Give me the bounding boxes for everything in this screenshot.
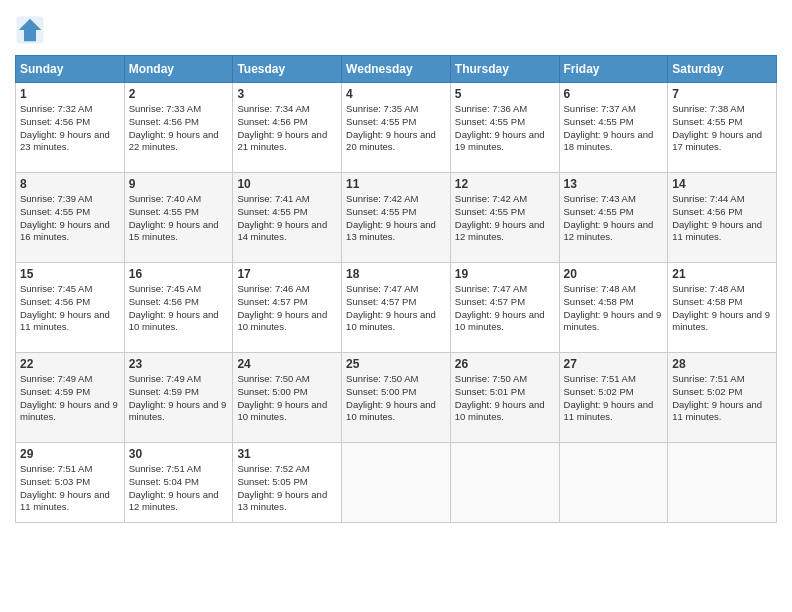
day-number: 27 [564, 357, 664, 371]
day-info: Sunrise: 7:40 AMSunset: 4:55 PMDaylight:… [129, 193, 229, 244]
day-number: 23 [129, 357, 229, 371]
calendar-cell: 2 Sunrise: 7:33 AMSunset: 4:56 PMDayligh… [124, 83, 233, 173]
day-info: Sunrise: 7:43 AMSunset: 4:55 PMDaylight:… [564, 193, 664, 244]
day-info: Sunrise: 7:46 AMSunset: 4:57 PMDaylight:… [237, 283, 337, 334]
day-info: Sunrise: 7:49 AMSunset: 4:59 PMDaylight:… [20, 373, 120, 424]
calendar-cell: 18 Sunrise: 7:47 AMSunset: 4:57 PMDaylig… [342, 263, 451, 353]
day-number: 20 [564, 267, 664, 281]
day-info: Sunrise: 7:50 AMSunset: 5:01 PMDaylight:… [455, 373, 555, 424]
day-number: 6 [564, 87, 664, 101]
week-row-4: 22 Sunrise: 7:49 AMSunset: 4:59 PMDaylig… [16, 353, 777, 443]
header-row: SundayMondayTuesdayWednesdayThursdayFrid… [16, 56, 777, 83]
day-number: 29 [20, 447, 120, 461]
day-info: Sunrise: 7:37 AMSunset: 4:55 PMDaylight:… [564, 103, 664, 154]
day-number: 11 [346, 177, 446, 191]
header [15, 15, 777, 45]
day-number: 4 [346, 87, 446, 101]
day-number: 10 [237, 177, 337, 191]
day-info: Sunrise: 7:42 AMSunset: 4:55 PMDaylight:… [346, 193, 446, 244]
page: SundayMondayTuesdayWednesdayThursdayFrid… [0, 0, 792, 612]
calendar-cell: 7 Sunrise: 7:38 AMSunset: 4:55 PMDayligh… [668, 83, 777, 173]
calendar-cell [559, 443, 668, 523]
calendar-cell: 10 Sunrise: 7:41 AMSunset: 4:55 PMDaylig… [233, 173, 342, 263]
week-row-1: 1 Sunrise: 7:32 AMSunset: 4:56 PMDayligh… [16, 83, 777, 173]
calendar-cell: 14 Sunrise: 7:44 AMSunset: 4:56 PMDaylig… [668, 173, 777, 263]
calendar-cell: 24 Sunrise: 7:50 AMSunset: 5:00 PMDaylig… [233, 353, 342, 443]
column-header-sunday: Sunday [16, 56, 125, 83]
calendar-body: 1 Sunrise: 7:32 AMSunset: 4:56 PMDayligh… [16, 83, 777, 523]
day-number: 24 [237, 357, 337, 371]
day-number: 7 [672, 87, 772, 101]
day-info: Sunrise: 7:51 AMSunset: 5:02 PMDaylight:… [564, 373, 664, 424]
day-info: Sunrise: 7:50 AMSunset: 5:00 PMDaylight:… [346, 373, 446, 424]
week-row-2: 8 Sunrise: 7:39 AMSunset: 4:55 PMDayligh… [16, 173, 777, 263]
calendar-cell: 22 Sunrise: 7:49 AMSunset: 4:59 PMDaylig… [16, 353, 125, 443]
day-number: 21 [672, 267, 772, 281]
day-info: Sunrise: 7:50 AMSunset: 5:00 PMDaylight:… [237, 373, 337, 424]
day-number: 28 [672, 357, 772, 371]
day-info: Sunrise: 7:41 AMSunset: 4:55 PMDaylight:… [237, 193, 337, 244]
day-number: 1 [20, 87, 120, 101]
day-number: 18 [346, 267, 446, 281]
column-header-friday: Friday [559, 56, 668, 83]
calendar-cell: 3 Sunrise: 7:34 AMSunset: 4:56 PMDayligh… [233, 83, 342, 173]
calendar-cell: 8 Sunrise: 7:39 AMSunset: 4:55 PMDayligh… [16, 173, 125, 263]
day-number: 16 [129, 267, 229, 281]
day-info: Sunrise: 7:45 AMSunset: 4:56 PMDaylight:… [129, 283, 229, 334]
day-info: Sunrise: 7:33 AMSunset: 4:56 PMDaylight:… [129, 103, 229, 154]
day-info: Sunrise: 7:36 AMSunset: 4:55 PMDaylight:… [455, 103, 555, 154]
calendar-cell: 29 Sunrise: 7:51 AMSunset: 5:03 PMDaylig… [16, 443, 125, 523]
day-number: 30 [129, 447, 229, 461]
day-number: 25 [346, 357, 446, 371]
calendar-cell: 5 Sunrise: 7:36 AMSunset: 4:55 PMDayligh… [450, 83, 559, 173]
day-number: 14 [672, 177, 772, 191]
calendar-cell [668, 443, 777, 523]
day-number: 2 [129, 87, 229, 101]
day-number: 9 [129, 177, 229, 191]
day-number: 3 [237, 87, 337, 101]
logo [15, 15, 51, 45]
day-info: Sunrise: 7:51 AMSunset: 5:04 PMDaylight:… [129, 463, 229, 514]
day-number: 17 [237, 267, 337, 281]
column-header-wednesday: Wednesday [342, 56, 451, 83]
calendar-cell: 27 Sunrise: 7:51 AMSunset: 5:02 PMDaylig… [559, 353, 668, 443]
day-info: Sunrise: 7:39 AMSunset: 4:55 PMDaylight:… [20, 193, 120, 244]
day-info: Sunrise: 7:49 AMSunset: 4:59 PMDaylight:… [129, 373, 229, 424]
day-info: Sunrise: 7:52 AMSunset: 5:05 PMDaylight:… [237, 463, 337, 514]
day-number: 5 [455, 87, 555, 101]
day-info: Sunrise: 7:51 AMSunset: 5:03 PMDaylight:… [20, 463, 120, 514]
calendar-cell: 31 Sunrise: 7:52 AMSunset: 5:05 PMDaylig… [233, 443, 342, 523]
calendar-cell: 12 Sunrise: 7:42 AMSunset: 4:55 PMDaylig… [450, 173, 559, 263]
calendar-cell: 11 Sunrise: 7:42 AMSunset: 4:55 PMDaylig… [342, 173, 451, 263]
day-number: 31 [237, 447, 337, 461]
week-row-5: 29 Sunrise: 7:51 AMSunset: 5:03 PMDaylig… [16, 443, 777, 523]
calendar-cell: 16 Sunrise: 7:45 AMSunset: 4:56 PMDaylig… [124, 263, 233, 353]
column-header-monday: Monday [124, 56, 233, 83]
day-info: Sunrise: 7:45 AMSunset: 4:56 PMDaylight:… [20, 283, 120, 334]
calendar-table: SundayMondayTuesdayWednesdayThursdayFrid… [15, 55, 777, 523]
calendar-cell: 1 Sunrise: 7:32 AMSunset: 4:56 PMDayligh… [16, 83, 125, 173]
day-number: 22 [20, 357, 120, 371]
column-header-tuesday: Tuesday [233, 56, 342, 83]
day-info: Sunrise: 7:35 AMSunset: 4:55 PMDaylight:… [346, 103, 446, 154]
day-info: Sunrise: 7:47 AMSunset: 4:57 PMDaylight:… [455, 283, 555, 334]
day-number: 8 [20, 177, 120, 191]
day-number: 13 [564, 177, 664, 191]
day-info: Sunrise: 7:51 AMSunset: 5:02 PMDaylight:… [672, 373, 772, 424]
day-info: Sunrise: 7:42 AMSunset: 4:55 PMDaylight:… [455, 193, 555, 244]
calendar-cell: 9 Sunrise: 7:40 AMSunset: 4:55 PMDayligh… [124, 173, 233, 263]
logo-icon [15, 15, 45, 45]
calendar-cell: 19 Sunrise: 7:47 AMSunset: 4:57 PMDaylig… [450, 263, 559, 353]
calendar-cell [450, 443, 559, 523]
day-number: 19 [455, 267, 555, 281]
day-info: Sunrise: 7:48 AMSunset: 4:58 PMDaylight:… [672, 283, 772, 334]
calendar-cell: 28 Sunrise: 7:51 AMSunset: 5:02 PMDaylig… [668, 353, 777, 443]
calendar-cell: 30 Sunrise: 7:51 AMSunset: 5:04 PMDaylig… [124, 443, 233, 523]
day-info: Sunrise: 7:47 AMSunset: 4:57 PMDaylight:… [346, 283, 446, 334]
calendar-cell: 25 Sunrise: 7:50 AMSunset: 5:00 PMDaylig… [342, 353, 451, 443]
calendar-cell: 23 Sunrise: 7:49 AMSunset: 4:59 PMDaylig… [124, 353, 233, 443]
calendar-cell: 13 Sunrise: 7:43 AMSunset: 4:55 PMDaylig… [559, 173, 668, 263]
week-row-3: 15 Sunrise: 7:45 AMSunset: 4:56 PMDaylig… [16, 263, 777, 353]
calendar-cell: 20 Sunrise: 7:48 AMSunset: 4:58 PMDaylig… [559, 263, 668, 353]
day-number: 15 [20, 267, 120, 281]
